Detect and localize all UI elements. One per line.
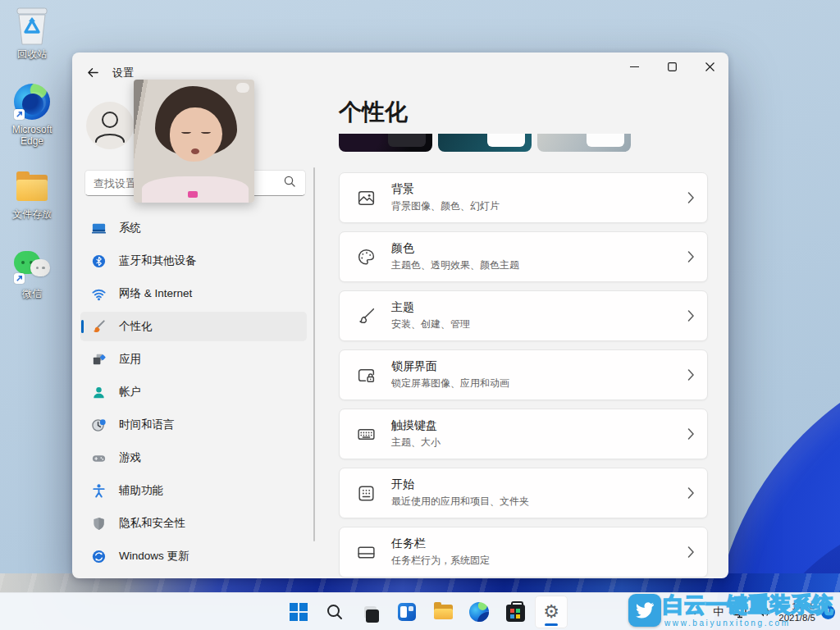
search-button[interactable]: [318, 596, 351, 628]
sidebar-item-windows-update[interactable]: Windows 更新: [80, 541, 307, 571]
teal-theme-preview[interactable]: [438, 134, 532, 152]
sidebar-item-personalization[interactable]: 个性化: [80, 312, 307, 341]
card-title: 颜色: [391, 241, 673, 256]
tray-volume-button[interactable]: [753, 599, 773, 625]
card-subtitle: 背景图像、颜色、幻灯片: [391, 199, 673, 213]
setting-card-lock-screen[interactable]: 锁屏界面锁定屏幕图像、应用和动画: [339, 349, 708, 400]
setting-card-touch-keyboard[interactable]: 触摸键盘主题、大小: [339, 409, 708, 459]
settings-window: 设置 系统 蓝牙和其他设备 网络 & Internet: [72, 52, 728, 578]
sidebar-item-apps[interactable]: 应用: [80, 345, 307, 374]
chevron-right-icon: [687, 192, 694, 203]
maximize-button[interactable]: [653, 52, 691, 80]
windows-update-icon: [91, 549, 107, 564]
windows-logo-icon: [290, 603, 308, 621]
sidebar-item-network[interactable]: 网络 & Internet: [80, 279, 307, 308]
card-subtitle: 主题、大小: [391, 436, 673, 450]
window-title: 设置: [112, 66, 134, 80]
account-avatar[interactable]: [86, 102, 134, 149]
lock-screen-icon: [356, 365, 377, 386]
edge-icon: [12, 82, 52, 121]
card-subtitle: 安装、创建、管理: [391, 317, 673, 331]
sidebar-item-privacy[interactable]: 隐私和安全性: [80, 509, 307, 538]
taskbar-icon: [356, 542, 377, 563]
search-icon[interactable]: [274, 176, 305, 190]
setting-card-taskbar[interactable]: 任务栏任务栏行为，系统固定: [339, 527, 708, 578]
notification-badge[interactable]: 1: [821, 605, 835, 619]
sidebar-item-label: 帐户: [119, 385, 141, 399]
minimize-button[interactable]: [615, 52, 653, 80]
tray-chevron-up-button[interactable]: [691, 599, 707, 625]
card-subtitle: 任务栏行为，系统固定: [391, 554, 673, 568]
sidebar-item-label: Windows 更新: [119, 549, 189, 564]
theme-thumbnails: [339, 134, 631, 152]
network-icon: [91, 286, 107, 302]
desktop-icon-label: 回收站: [17, 48, 47, 60]
desktop-icon-folder[interactable]: 文件存放: [0, 167, 64, 220]
edge-icon: [469, 602, 489, 622]
sidebar-item-label: 网络 & Internet: [119, 286, 192, 301]
desktop-icon-recycle-bin[interactable]: 回收站: [0, 7, 64, 60]
folder-icon: [12, 167, 52, 206]
tray-display-button[interactable]: [729, 599, 751, 625]
sidebar-item-accessibility[interactable]: 辅助功能: [80, 476, 307, 505]
start-button[interactable]: [282, 596, 315, 628]
close-button[interactable]: [691, 52, 728, 80]
setting-card-colors[interactable]: 颜色主题色、透明效果、颜色主题: [339, 231, 708, 282]
card-subtitle: 最近使用的应用和项目、文件夹: [391, 495, 673, 509]
file-explorer-button[interactable]: [427, 596, 459, 628]
card-subtitle: 锁定屏幕图像、应用和动画: [391, 377, 673, 390]
clock[interactable]: 14:25 2021/8/5: [775, 600, 819, 623]
chevron-right-icon: [687, 487, 694, 499]
sidebar-item-label: 时间和语言: [119, 418, 175, 432]
monitor-icon: [733, 605, 747, 619]
widgets-button[interactable]: [390, 596, 423, 628]
taskbar: ⚙ 中 14:25 2021/8/5 1: [0, 592, 840, 630]
sidebar-item-bluetooth[interactable]: 蓝牙和其他设备: [80, 246, 307, 276]
chevron-up-icon: [694, 609, 704, 615]
sidebar-scrollbar[interactable]: [313, 167, 315, 541]
tray-date: 2021/8/5: [778, 612, 815, 623]
sidebar-item-label: 隐私和安全性: [119, 516, 185, 531]
sidebar-item-label: 辅助功能: [119, 483, 163, 498]
setting-card-background[interactable]: 背景背景图像、颜色、幻灯片: [339, 172, 708, 223]
shortcut-arrow-icon: [14, 273, 25, 284]
light-theme-preview[interactable]: [537, 134, 631, 152]
card-subtitle: 主题色、透明效果、颜色主题: [391, 258, 673, 272]
dark-theme-preview[interactable]: [339, 134, 432, 152]
card-title: 任务栏: [391, 536, 673, 551]
folder-icon: [427, 596, 459, 628]
task-view-icon: [358, 599, 384, 625]
system-icon: [91, 221, 107, 236]
desktop-icon-wechat[interactable]: 微信: [0, 246, 64, 299]
card-title: 主题: [391, 300, 673, 315]
sidebar-item-system[interactable]: 系统: [80, 213, 307, 243]
privacy-icon: [91, 516, 107, 532]
settings-button[interactable]: ⚙: [535, 596, 568, 628]
chevron-right-icon: [687, 428, 694, 440]
accounts-icon: [91, 385, 107, 400]
back-button[interactable]: [80, 60, 106, 84]
desktop-icon-label: Microsoft Edge: [0, 124, 64, 147]
overlay-photo: [134, 80, 254, 203]
themes-icon: [356, 306, 377, 326]
wechat-icon: [12, 246, 52, 285]
search-icon: [326, 603, 344, 621]
desktop-icon-edge[interactable]: Microsoft Edge: [0, 82, 64, 147]
start-icon: [356, 483, 377, 504]
sidebar-item-label: 系统: [119, 221, 141, 235]
recycle-bin-icon: [12, 7, 52, 46]
sidebar-item-time-language[interactable]: 时间和语言: [80, 410, 307, 440]
ime-indicator[interactable]: 中: [710, 599, 727, 625]
sidebar-item-label: 应用: [119, 352, 141, 367]
touch-keyboard-icon: [356, 424, 377, 445]
setting-card-start[interactable]: 开始最近使用的应用和项目、文件夹: [339, 468, 708, 518]
sidebar-item-gaming[interactable]: 游戏: [80, 443, 307, 472]
store-icon: [506, 605, 525, 622]
task-view-button[interactable]: [354, 596, 387, 628]
setting-card-themes[interactable]: 主题安装、创建、管理: [339, 290, 708, 341]
sidebar-item-accounts[interactable]: 帐户: [80, 377, 307, 407]
edge-button[interactable]: [463, 596, 495, 628]
personalization-icon: [91, 319, 107, 335]
card-title: 开始: [391, 477, 673, 492]
store-button[interactable]: [499, 596, 532, 628]
